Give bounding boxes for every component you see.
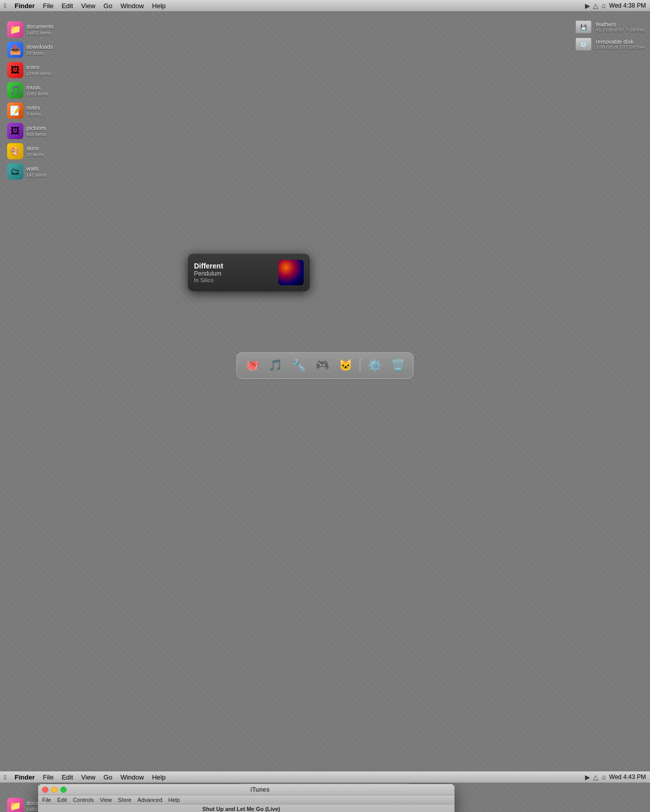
menu-view-2[interactable]: View (77, 773, 100, 781)
menu-help-1[interactable]: Help (148, 2, 170, 10)
dock-item-gear[interactable]: ⚙️ (365, 355, 385, 376)
bluetooth-icon: ▶ (585, 2, 590, 10)
desktop-icon-icons[interactable]: 🖼 icons 12596 items (5, 61, 56, 79)
itunes-titlebar: iTunes (38, 784, 454, 795)
bt-icon-2: ▶ (585, 773, 590, 781)
menu-edit-1[interactable]: Edit (57, 2, 77, 10)
desktop-icon-pictures[interactable]: 🖼 pictures 658 items (5, 122, 56, 140)
notes-label: notes (26, 105, 41, 111)
itunes-menu-help[interactable]: Help (169, 797, 180, 803)
menu-go-2[interactable]: Go (100, 773, 116, 781)
documents-label: documents (26, 23, 54, 30)
icons-icon: 🖼 (7, 62, 23, 78)
menu-go-1[interactable]: Go (100, 2, 116, 10)
itunes-menu-controls[interactable]: Controls (73, 797, 94, 803)
dock-item-octopus[interactable]: 🐙 (242, 355, 263, 376)
menu-window-1[interactable]: Window (116, 2, 148, 10)
pictures-label: pictures (26, 125, 46, 131)
now-playing-title: Different (194, 262, 273, 270)
documents-count: 14832 items (26, 30, 54, 36)
menubar-2:  Finder File Edit View Go Window Help ▶… (0, 771, 650, 783)
wifi-icon: △ (593, 2, 598, 10)
skins-icon: 🎨 (7, 143, 23, 159)
desktop-icon-music[interactable]: 🎵 music 1081 items (5, 81, 56, 99)
desktop-icon-skins[interactable]: 🎨 skins 20 items (5, 142, 56, 160)
dock-item-gamepad[interactable]: 🎮 (312, 355, 333, 376)
menubar-right-1: ▶ △ ♫ Wed 4:38 PM (585, 2, 650, 10)
clock-1: Wed 4:38 PM (609, 2, 646, 9)
desktop-icon-documents[interactable]: 📁 documents 14832 items (5, 20, 56, 39)
itunes-toolbar: ⏮ ⏸ ⏭ 🔇 🔊 Shut Up and Let Me Go (Live) T… (38, 804, 454, 812)
drive-removable-size: 3.08 GB of 3.77 GB free (596, 45, 645, 50)
itunes-menu-edit[interactable]: Edit (57, 797, 67, 803)
now-playing-artist: Pendulum (194, 270, 273, 277)
drive-feathers[interactable]: 💾 feathers 41.2 GB of 87.7 GB free (575, 20, 645, 33)
pictures-count: 658 items (26, 132, 46, 137)
apple-menu-1[interactable]:  (0, 2, 11, 10)
menu-help-2[interactable]: Help (148, 773, 170, 781)
menu-file-2[interactable]: File (39, 773, 57, 781)
desktop-icon-notes[interactable]: 📝 notes 8 items (5, 101, 56, 120)
desktop-1:  Finder File Edit View Go Window Help ▶… (0, 0, 650, 386)
itunes-song-name: Shut Up and Let Me Go (Live) (202, 806, 280, 812)
dock-item-tools[interactable]: 🔧 (289, 355, 309, 376)
downloads-count: 29 items (26, 51, 53, 56)
menu-view-1[interactable]: View (77, 2, 100, 10)
itunes-close-btn[interactable] (42, 787, 48, 793)
menu-finder-1[interactable]: Finder (11, 2, 39, 10)
volume-icon: ♫ (601, 2, 606, 10)
now-playing-album: In Silico (194, 277, 273, 283)
desktop-icon-downloads[interactable]: 📥 downloads 29 items (5, 41, 56, 59)
wifi-icon-2: △ (593, 773, 598, 781)
menu-file-1[interactable]: File (39, 2, 57, 10)
documents-icon: 📁 (7, 21, 23, 38)
itunes-menu-file[interactable]: File (42, 797, 51, 803)
pictures-icon: 🖼 (7, 123, 23, 139)
drive-feathers-name: feathers (596, 21, 645, 27)
menu-edit-2[interactable]: Edit (57, 773, 77, 781)
downloads-label: downloads (26, 44, 53, 50)
drive-removable-icon: 💿 (575, 38, 592, 51)
itunes-menubar: File Edit Controls View Store Advanced H… (38, 795, 454, 804)
now-playing-artwork (278, 260, 304, 285)
dock-separator-1 (360, 358, 361, 373)
icons-count: 12596 items (26, 71, 51, 76)
dock-1: 🐙 🎵 🔧 🎮 🐱 ⚙️ 🗑️ (237, 352, 414, 379)
music-count: 1081 items (26, 91, 49, 96)
now-playing-popup: Different Pendulum In Silico (188, 254, 310, 291)
itunes-title: iTunes (70, 786, 450, 793)
dock-item-itunes[interactable]: 🎵 (266, 355, 286, 376)
apple-menu-2[interactable]:  (0, 773, 11, 781)
walls-icon: 🗂 (7, 163, 23, 180)
menu-window-2[interactable]: Window (116, 773, 148, 781)
dock-item-cat[interactable]: 🐱 (336, 355, 356, 376)
now-playing-info: Different Pendulum In Silico (194, 262, 273, 283)
drive-removable-name: removable disk (596, 39, 645, 45)
menubar-top:  Finder File Edit View Go Window Help ▶… (0, 0, 650, 11)
menu-finder-2[interactable]: Finder (11, 773, 39, 781)
itunes-window: iTunes File Edit Controls View Store Adv… (38, 784, 454, 812)
desktop-drives-1: 💾 feathers 41.2 GB of 87.7 GB free 💿 rem… (575, 20, 645, 51)
skins-count: 20 items (26, 152, 44, 157)
notes-count: 8 items (26, 112, 41, 117)
music-label: music (26, 84, 49, 91)
drive-removable[interactable]: 💿 removable disk 3.08 GB of 3.77 GB free (575, 38, 645, 51)
walls-count: 142 items (26, 173, 46, 178)
itunes-progress-area: Shut Up and Let Me Go (Live) The Ting Ti… (146, 806, 337, 812)
vol-icon-2: ♫ (601, 773, 606, 781)
itunes-menu-view[interactable]: View (100, 797, 112, 803)
clock-2: Wed 4:43 PM (609, 773, 646, 781)
itunes-menu-store[interactable]: Store (118, 797, 131, 803)
dock-item-trash[interactable]: 🗑️ (388, 355, 408, 376)
desktop-2:  Finder File Edit View Go Window Help ▶… (0, 386, 650, 812)
itunes-menu-advanced[interactable]: Advanced (138, 797, 162, 803)
drive-feathers-size: 41.2 GB of 87.7 GB free (596, 27, 645, 32)
desktop-icon-walls[interactable]: 🗂 walls 142 items (5, 162, 56, 181)
walls-label: walls (26, 165, 46, 172)
icons-label: icons (26, 64, 51, 71)
d2-documents-icon: 📁 (7, 798, 23, 812)
itunes-max-btn[interactable] (60, 787, 67, 793)
menubar-right-2: ▶ △ ♫ Wed 4:43 PM (585, 773, 650, 781)
desktop-icons-left-1: 📁 documents 14832 items 📥 downloads 29 i… (5, 20, 56, 181)
itunes-min-btn[interactable] (51, 787, 57, 793)
